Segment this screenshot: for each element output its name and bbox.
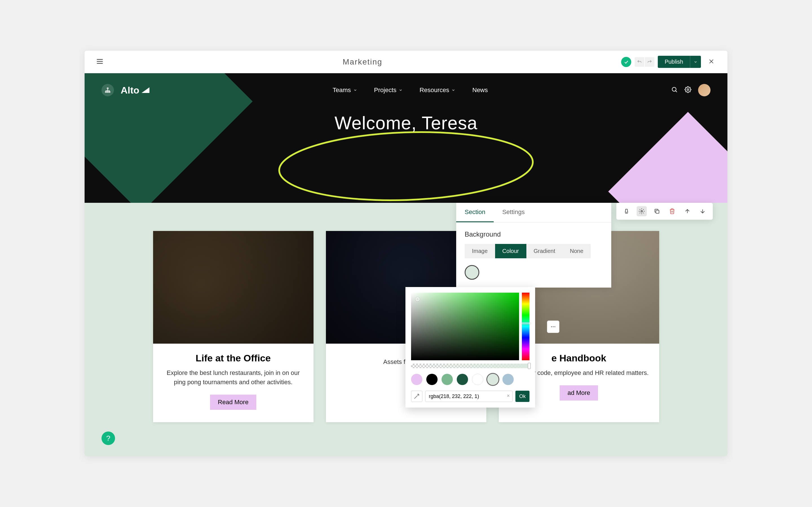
background-label: Background xyxy=(465,230,603,238)
saturation-cursor[interactable] xyxy=(416,297,419,301)
more-options-button[interactable] xyxy=(547,321,559,333)
card-title: Life at the Office xyxy=(163,353,303,363)
nav-projects[interactable]: Projects xyxy=(374,87,403,94)
swatch-blue[interactable] xyxy=(502,374,514,385)
menu-icon[interactable] xyxy=(96,57,104,66)
color-value-input[interactable] xyxy=(425,391,513,402)
nav-right xyxy=(671,84,711,96)
search-icon[interactable] xyxy=(671,86,678,94)
ok-button[interactable]: Ok xyxy=(515,391,529,402)
swatch-pink[interactable] xyxy=(411,374,422,385)
card-desc: Explore the best lunch restaurants, join… xyxy=(163,368,303,387)
swatch-green-light[interactable] xyxy=(442,374,453,385)
site-nav: Alto Teams Projects Resources News xyxy=(85,73,727,107)
logo-icon xyxy=(142,87,149,93)
panel-tabs: Section Settings xyxy=(456,203,611,223)
svg-point-18 xyxy=(553,326,553,327)
swatch-white[interactable] xyxy=(472,374,483,385)
arrow-up-icon[interactable] xyxy=(682,206,693,216)
nav-links: Teams Projects Resources News xyxy=(149,87,671,94)
color-picker: × Ok xyxy=(405,287,535,407)
publish-button[interactable]: Publish xyxy=(658,56,690,68)
section-action-toolbar xyxy=(616,203,713,220)
card-life-at-office[interactable]: Life at the Office Explore the best lunc… xyxy=(153,231,313,422)
tab-section[interactable]: Section xyxy=(456,203,494,222)
bg-type-colour[interactable]: Colour xyxy=(495,244,526,258)
svg-point-17 xyxy=(551,326,552,327)
background-type-tabs: Image Colour Gradient None xyxy=(465,244,603,258)
chevron-down-icon xyxy=(451,88,455,92)
editor-toolbar: Marketing Publish xyxy=(85,51,727,73)
panel-content: Background Image Colour Gradient None xyxy=(456,223,611,288)
alpha-cursor[interactable] xyxy=(528,363,530,369)
nav-teams[interactable]: Teams xyxy=(333,87,357,94)
tab-settings[interactable]: Settings xyxy=(494,203,533,222)
help-button[interactable]: ? xyxy=(101,432,115,445)
svg-rect-9 xyxy=(109,92,110,93)
hue-cursor[interactable] xyxy=(521,323,530,324)
saturation-field[interactable] xyxy=(411,293,519,360)
swatch-mint[interactable] xyxy=(487,374,499,385)
card-body: Life at the Office Explore the best lunc… xyxy=(153,344,313,422)
chevron-down-icon xyxy=(399,88,403,92)
bg-type-image[interactable]: Image xyxy=(465,244,495,258)
arrow-down-icon[interactable] xyxy=(698,206,708,216)
svg-point-12 xyxy=(687,89,689,91)
gear-icon[interactable] xyxy=(637,206,647,216)
bg-type-none[interactable]: None xyxy=(562,244,591,258)
swatches xyxy=(411,374,529,385)
publish-dropdown-button[interactable] xyxy=(690,56,701,68)
gear-icon[interactable] xyxy=(684,86,691,94)
nav-item-label: Projects xyxy=(374,87,396,94)
svg-rect-7 xyxy=(105,92,107,93)
copy-icon[interactable] xyxy=(652,206,662,216)
logo-text: Alto xyxy=(121,85,139,96)
publish-group: Publish xyxy=(658,56,701,68)
nav-item-label: News xyxy=(472,87,488,94)
scribble-circle-icon xyxy=(271,124,541,203)
avatar[interactable] xyxy=(698,84,711,96)
status-check-icon xyxy=(621,57,631,67)
welcome-text: Welcome, Teresa xyxy=(85,113,727,133)
eyedropper-icon[interactable] xyxy=(411,391,422,402)
nav-item-label: Teams xyxy=(333,87,351,94)
picker-bottom: × Ok xyxy=(411,391,529,402)
trash-icon[interactable] xyxy=(667,206,677,216)
svg-point-19 xyxy=(554,326,555,327)
svg-rect-8 xyxy=(107,92,108,93)
svg-point-10 xyxy=(672,87,676,91)
svg-point-5 xyxy=(278,128,534,203)
picker-area xyxy=(411,293,529,360)
chevron-down-icon xyxy=(353,88,357,92)
logo[interactable]: Alto xyxy=(121,85,149,96)
hue-slider[interactable] xyxy=(522,293,529,360)
svg-point-13 xyxy=(641,210,643,212)
close-button[interactable] xyxy=(707,57,716,67)
section-settings-panel: Section Settings Background Image Colour… xyxy=(456,203,611,288)
undo-redo-group xyxy=(635,57,654,67)
nav-news[interactable]: News xyxy=(472,87,488,94)
undo-button[interactable] xyxy=(635,57,644,67)
svg-line-11 xyxy=(675,91,677,92)
alpha-slider[interactable] xyxy=(411,363,529,368)
nav-item-label: Resources xyxy=(419,87,449,94)
card-image xyxy=(153,231,313,344)
highlight-icon[interactable] xyxy=(621,206,631,216)
hero-welcome: Welcome, Teresa xyxy=(85,113,727,133)
app-window: Marketing Publish Alto xyxy=(85,51,727,456)
redo-button[interactable] xyxy=(645,57,654,67)
read-more-button[interactable]: Read More xyxy=(210,395,257,410)
svg-rect-6 xyxy=(107,88,108,89)
clear-input-icon[interactable]: × xyxy=(507,393,510,399)
swatch-green-dark[interactable] xyxy=(457,374,468,385)
hero-section: Alto Teams Projects Resources News Welco… xyxy=(85,73,727,203)
background-color-preview[interactable] xyxy=(465,265,479,280)
sitemap-icon[interactable] xyxy=(101,84,114,96)
toolbar-right: Publish xyxy=(621,56,716,68)
swatch-black[interactable] xyxy=(426,374,438,385)
svg-rect-14 xyxy=(656,210,659,213)
read-more-button[interactable]: ad More xyxy=(560,385,598,400)
page-title: Marketing xyxy=(104,57,621,66)
nav-resources[interactable]: Resources xyxy=(419,87,455,94)
bg-type-gradient[interactable]: Gradient xyxy=(526,244,563,258)
